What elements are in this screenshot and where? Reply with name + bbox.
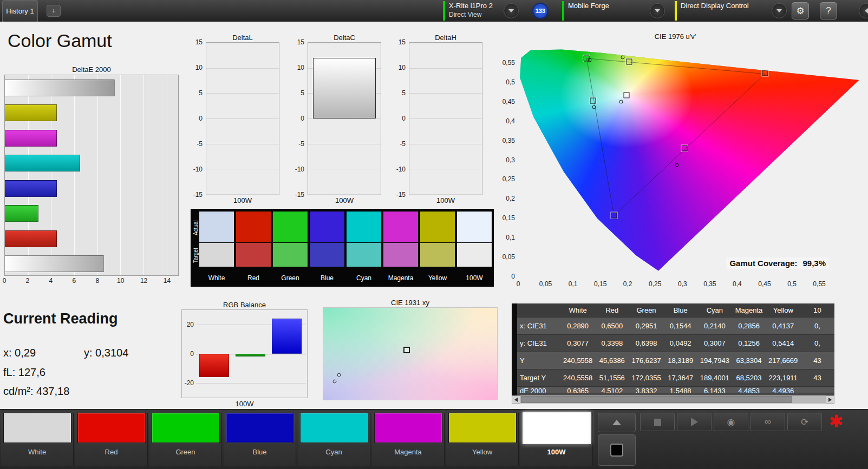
gridline	[206, 194, 279, 195]
rgb-bar-green	[236, 354, 265, 356]
cie1931-chart	[323, 307, 498, 400]
table-cell: 1,5488	[663, 387, 697, 393]
meter-selector[interactable]: X-Rite i1Pro 2 Direct View	[443, 1, 493, 21]
table-cell: 0,5414	[766, 339, 800, 347]
gear-icon: ⚙	[796, 5, 804, 17]
patch-label: Yellow	[446, 448, 518, 456]
target-swatch	[236, 243, 271, 267]
patch-button-yellow[interactable]: Yellow	[446, 413, 519, 466]
target-marker-magenta	[682, 146, 688, 151]
axis-tick-label: 0,55	[813, 280, 825, 288]
current-reading-title: Current Reading	[3, 311, 118, 327]
scrollbar-thumb[interactable]	[521, 396, 792, 403]
workflow-name: Mobile Forge	[568, 1, 609, 10]
add-history-button[interactable]: +	[47, 5, 61, 17]
table-horizontal-scrollbar[interactable]	[512, 395, 834, 404]
patch-button-100w[interactable]: 100W	[520, 413, 593, 466]
gridline	[308, 194, 381, 195]
patch-up-button[interactable]	[598, 413, 636, 432]
table-cell: 0,3398	[595, 339, 629, 347]
display-control-selector[interactable]: Direct Display Control	[675, 1, 749, 21]
deltah-plot	[409, 42, 482, 195]
color-patch	[152, 413, 220, 443]
deltae-bar-white	[5, 255, 104, 272]
axis-tick-label: -15	[193, 191, 203, 199]
swatch-label: Yellow	[420, 267, 455, 283]
rgb-balance-title: RGB Balance	[181, 301, 308, 309]
gridline	[206, 118, 279, 119]
axis-tick-label: 0,5	[495, 78, 515, 86]
rgb-balance-plot	[196, 310, 306, 398]
deltac-x-label: 100W	[308, 196, 381, 204]
gridline	[196, 383, 306, 384]
patch-button-red[interactable]: Red	[75, 413, 148, 466]
deltae-bar-row	[5, 75, 178, 101]
play-button[interactable]	[677, 413, 712, 431]
measured-marker	[592, 105, 596, 109]
workflow-dropdown[interactable]	[650, 3, 665, 18]
swatch-row-labels: Actual Target	[192, 212, 199, 285]
deltah-y-axis: 151050-5-10-15	[391, 42, 408, 195]
history-tab[interactable]: History 1	[2, 0, 38, 22]
swatch-label: Blue	[310, 267, 344, 283]
gridline	[409, 194, 482, 195]
axis-tick-label: 0,25	[495, 175, 515, 183]
patch-button-cyan[interactable]: Cyan	[298, 413, 370, 466]
table-cell: 63,3304	[732, 356, 766, 365]
actual-swatch	[383, 212, 418, 242]
table-row: Y240,555845,6386176,623718,3189194,79436…	[512, 352, 834, 369]
axis-tick-label: -5	[400, 140, 406, 148]
table-cell: 0,	[800, 339, 834, 347]
meter-name: X-Rite i1Pro 2	[449, 1, 493, 10]
table-cell: 4,4936	[766, 387, 800, 393]
patch-label: Cyan	[298, 448, 370, 456]
target-swatch	[347, 243, 381, 267]
deltah-x-label: 100W	[409, 196, 482, 204]
workflow-selector[interactable]: Mobile Forge	[562, 1, 609, 21]
deltah-title: DeltaH	[409, 34, 482, 42]
table-cell: 43	[800, 356, 834, 365]
axis-tick-label: 5	[199, 89, 203, 97]
axis-tick-label: 0,3	[495, 156, 515, 164]
table-header-cell: Magenta	[732, 306, 766, 314]
single-measure-button[interactable]: ◉	[714, 413, 748, 431]
patch-button-magenta[interactable]: Magenta	[372, 413, 445, 466]
display-dropdown[interactable]	[772, 3, 787, 18]
deltac-y-axis: 151050-5-10-15	[290, 42, 306, 195]
target-row-label: Target	[192, 244, 199, 267]
collapse-panel-button[interactable]	[859, 3, 868, 18]
table-cell: 0,2951	[629, 322, 663, 330]
measuring-indicator-button[interactable]: ✱	[823, 411, 849, 432]
help-button[interactable]: ?	[820, 2, 837, 19]
target-swatch	[199, 243, 234, 267]
scroll-left-button[interactable]	[512, 395, 520, 404]
patch-button-green[interactable]: Green	[149, 413, 222, 466]
target-swatch	[383, 243, 418, 267]
stop-button[interactable]	[640, 413, 675, 431]
table-cell: 0,3007	[697, 339, 732, 347]
meter-dropdown[interactable]	[504, 3, 519, 18]
chevron-left-icon	[865, 8, 868, 14]
table-header-cell: White	[561, 306, 595, 314]
axis-tick-label: -20	[185, 379, 194, 387]
settings-button[interactable]: ⚙	[792, 2, 809, 19]
color-patch	[226, 413, 294, 443]
table-cell: 194,7943	[697, 356, 732, 365]
axis-tick-label: 0,15	[594, 280, 606, 288]
patch-label: White	[1, 448, 73, 456]
color-patch	[300, 413, 368, 443]
table-cell: 176,6237	[629, 356, 663, 365]
scroll-right-button[interactable]	[826, 395, 834, 404]
black-square-icon	[610, 444, 623, 457]
patch-button-blue[interactable]: Blue	[224, 413, 296, 466]
meter-count-badge[interactable]: 133	[532, 3, 549, 19]
rgb-balance-chart: 200-20	[181, 309, 308, 398]
axis-tick-label: 0,2	[623, 280, 632, 288]
continuous-measure-button[interactable]: ∞	[750, 413, 785, 431]
table-row-label: dE 2000	[517, 387, 561, 393]
scroll-right-icon	[828, 398, 832, 402]
axis-tick-label: 0,45	[758, 280, 771, 288]
patch-button-white[interactable]: White	[1, 413, 74, 466]
refresh-button[interactable]: ⟳	[787, 413, 822, 431]
display-window-button[interactable]	[598, 434, 636, 466]
